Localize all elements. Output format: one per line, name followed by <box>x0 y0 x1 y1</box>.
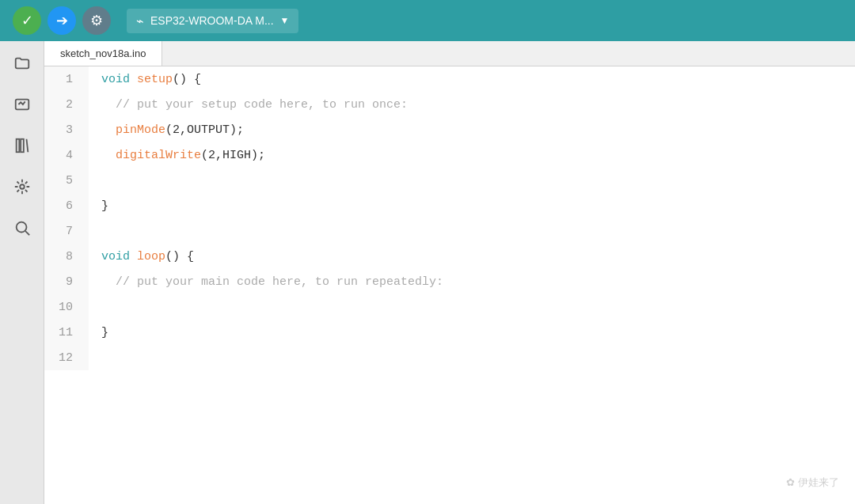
editor-area: sketch_nov18a.ino 1 void setup() { 2 // … <box>44 41 855 504</box>
toolbar: ✓ ➔ ⚙ ⌁ ESP32-WROOM-DA M... ▼ <box>0 0 855 41</box>
table-row: 10 <box>44 294 855 320</box>
line-number: 12 <box>44 345 89 370</box>
table-row: 2 // put your setup code here, to run on… <box>44 92 855 117</box>
code-content: pinMode(2,OUTPUT); <box>89 117 855 142</box>
verify-button[interactable]: ✓ <box>13 6 41 35</box>
board-selector[interactable]: ⌁ ESP32-WROOM-DA M... ▼ <box>127 9 298 33</box>
line-number: 4 <box>44 142 89 168</box>
upload-button[interactable]: ➔ <box>48 6 76 35</box>
debug-button[interactable]: ⚙ <box>82 6 111 35</box>
table-row: 7 <box>44 218 855 244</box>
code-content: // put your setup code here, to run once… <box>89 92 855 117</box>
table-row: 11 } <box>44 320 855 345</box>
table-row: 6 } <box>44 193 855 218</box>
line-number: 1 <box>44 66 89 92</box>
serial-monitor-icon[interactable] <box>10 92 35 117</box>
line-number: 8 <box>44 244 89 269</box>
table-row: 5 <box>44 168 855 193</box>
line-number: 6 <box>44 193 89 218</box>
line-number: 2 <box>44 92 89 117</box>
tab-sketch[interactable]: sketch_nov18a.ino <box>44 41 162 66</box>
table-row: 9 // put your main code here, to run rep… <box>44 269 855 294</box>
code-content <box>89 168 855 193</box>
sidebar <box>0 41 44 504</box>
folder-icon[interactable] <box>10 51 35 76</box>
svg-rect-1 <box>16 139 19 153</box>
library-icon[interactable] <box>10 133 35 158</box>
usb-icon: ⌁ <box>136 13 144 28</box>
table-row: 3 pinMode(2,OUTPUT); <box>44 117 855 142</box>
line-number: 5 <box>44 168 89 193</box>
table-row: 1 void setup() { <box>44 66 855 92</box>
svg-line-5 <box>25 231 29 235</box>
debug-icon[interactable] <box>10 174 35 199</box>
code-content: } <box>89 193 855 218</box>
table-row: 4 digitalWrite(2,HIGH); <box>44 142 855 168</box>
main-container: sketch_nov18a.ino 1 void setup() { 2 // … <box>0 41 855 504</box>
board-name-label: ESP32-WROOM-DA M... <box>150 14 274 27</box>
svg-rect-2 <box>21 139 24 153</box>
code-content: // put your main code here, to run repea… <box>89 269 855 294</box>
search-icon[interactable] <box>10 215 35 241</box>
svg-point-3 <box>20 184 25 189</box>
table-row: 8 void loop() { <box>44 244 855 269</box>
code-editor[interactable]: 1 void setup() { 2 // put your setup cod… <box>44 66 855 504</box>
line-number: 10 <box>44 294 89 320</box>
code-content <box>89 345 855 370</box>
code-table: 1 void setup() { 2 // put your setup cod… <box>44 66 855 370</box>
table-row: 12 <box>44 345 855 370</box>
line-number: 7 <box>44 218 89 244</box>
line-number: 11 <box>44 320 89 345</box>
tab-bar: sketch_nov18a.ino <box>44 41 855 66</box>
watermark: ✿ 伊娃来了 <box>786 476 839 490</box>
chevron-down-icon: ▼ <box>280 15 290 26</box>
code-content: void loop() { <box>89 244 855 269</box>
line-number: 3 <box>44 117 89 142</box>
svg-point-4 <box>16 222 26 233</box>
code-content: } <box>89 320 855 345</box>
code-content <box>89 294 855 320</box>
line-number: 9 <box>44 269 89 294</box>
code-content: digitalWrite(2,HIGH); <box>89 142 855 168</box>
code-content: void setup() { <box>89 66 855 92</box>
code-content <box>89 218 855 244</box>
